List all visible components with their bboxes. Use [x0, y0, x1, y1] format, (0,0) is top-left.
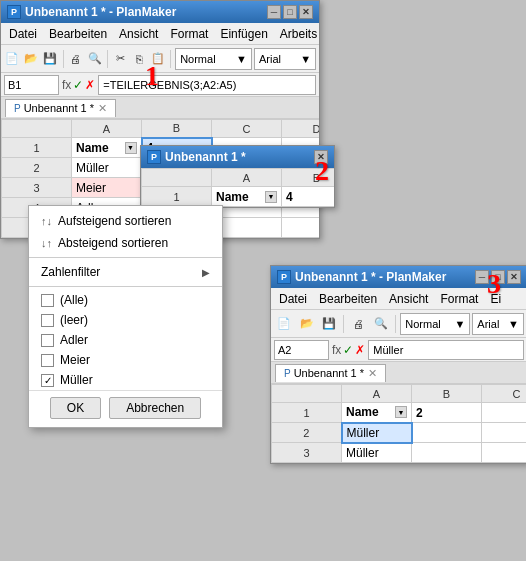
cell-d5-1[interactable] [282, 218, 320, 238]
print-btn[interactable]: 🖨 [67, 48, 84, 70]
cut-btn[interactable]: ✂ [112, 48, 129, 70]
sheet-tab-close-1[interactable]: ✕ [98, 102, 107, 115]
menu-datei-3[interactable]: Datei [273, 290, 313, 308]
menu-arbeits-1[interactable]: Arbeits [274, 25, 323, 43]
cell-w3-c2[interactable] [482, 423, 527, 443]
row-header-w2-1: 1 [142, 187, 212, 207]
menu-sep-2 [29, 286, 222, 287]
cell-w2-b1[interactable]: 4 [282, 187, 335, 207]
sheet-tab-icon-3: P [284, 368, 291, 379]
cancel-icon-3[interactable]: ✗ [355, 343, 365, 357]
style-dropdown-3[interactable]: Normal ▼ [400, 313, 470, 335]
menu-bearbeiten-3[interactable]: Bearbeiten [313, 290, 383, 308]
menu-einfuegen-1[interactable]: Einfügen [214, 25, 273, 43]
cell-w3-b3[interactable] [412, 443, 482, 463]
cell-w2-a1[interactable]: Name ▼ [212, 187, 282, 207]
checkbox-leer[interactable] [41, 314, 54, 327]
save-btn[interactable]: 💾 [42, 48, 59, 70]
sheet-tab-label-1: Unbenannt 1 * [24, 102, 94, 114]
style-dropdown-1[interactable]: Normal ▼ [175, 48, 252, 70]
cell-w3-a2[interactable]: Müller [342, 423, 412, 443]
checkbox-adler[interactable] [41, 334, 54, 347]
cell-a2-1[interactable]: Müller [72, 158, 142, 178]
menu-datei-1[interactable]: Datei [3, 25, 43, 43]
formula-icons-1: fx ✓ ✗ [62, 78, 95, 92]
cell-w3-a3[interactable]: Müller [342, 443, 412, 463]
app-icon-1: P [7, 5, 21, 19]
font-dropdown-1[interactable]: Arial ▼ [254, 48, 316, 70]
cancel-button[interactable]: Abbrechen [109, 397, 201, 419]
close-btn-3[interactable]: ✕ [507, 270, 521, 284]
cell-ref-1[interactable]: B1 [4, 75, 59, 95]
col-header-c-3: C [482, 385, 527, 403]
filter-button-area: OK Abbrechen [29, 390, 222, 423]
cell-w3-c3[interactable] [482, 443, 527, 463]
new-btn-3[interactable]: 📄 [274, 313, 294, 335]
filter-item-leer[interactable]: (leer) [29, 310, 222, 330]
table-row: 3 Müller [272, 443, 527, 463]
sheet-tab-1[interactable]: P Unbenannt 1 * ✕ [5, 99, 116, 117]
col-header-c-1: C [212, 120, 282, 138]
filter-item-adler[interactable]: Adler [29, 330, 222, 350]
fx-icon-1[interactable]: fx [62, 78, 71, 92]
filter-dropdown-w2[interactable]: ▼ [265, 191, 277, 203]
menu-ansicht-1[interactable]: Ansicht [113, 25, 164, 43]
col-header-num-2 [142, 169, 212, 187]
checkbox-alle[interactable] [41, 294, 54, 307]
cancel-icon-1[interactable]: ✗ [85, 78, 95, 92]
open-btn[interactable]: 📂 [23, 48, 40, 70]
filter-dropdown-w3[interactable]: ▼ [395, 406, 407, 418]
row-header-3: 3 [2, 178, 72, 198]
formula-input-1[interactable]: =TEILERGEBNIS(3;A2:A5) [98, 75, 316, 95]
filter-item-meier[interactable]: Meier [29, 350, 222, 370]
formula-input-3[interactable]: Müller [368, 340, 524, 360]
col-header-a-1: A [72, 120, 142, 138]
sheet-tab-3[interactable]: P Unbenannt 1 * ✕ [275, 364, 386, 382]
cell-w3-c1[interactable] [482, 403, 527, 423]
font-label-1: Arial [259, 53, 281, 65]
title-bar-1: P Unbenannt 1 * - PlanMaker ─ □ ✕ [1, 1, 319, 23]
ok-button[interactable]: OK [50, 397, 101, 419]
checkbox-meier[interactable] [41, 354, 54, 367]
menu-bearbeiten-1[interactable]: Bearbeiten [43, 25, 113, 43]
menu-format-3[interactable]: Format [434, 290, 484, 308]
sort-asc-item[interactable]: ↑↓ Aufsteigend sortieren [29, 210, 222, 232]
save-btn-3[interactable]: 💾 [319, 313, 339, 335]
col-header-a-2: A [212, 169, 282, 187]
menu-format-1[interactable]: Format [164, 25, 214, 43]
menu-ansicht-3[interactable]: Ansicht [383, 290, 434, 308]
checkbox-mueller[interactable]: ✓ [41, 374, 54, 387]
cell-w3-b2[interactable] [412, 423, 482, 443]
filter-item-alle[interactable]: (Alle) [29, 290, 222, 310]
formula-icons-3: fx ✓ ✗ [332, 343, 365, 357]
maximize-btn-1[interactable]: □ [283, 5, 297, 19]
window-2[interactable]: P Unbenannt 1 * ✕ A B C 1 [140, 145, 335, 208]
col-header-b-3: B [412, 385, 482, 403]
sheet-tab-close-3[interactable]: ✕ [368, 367, 377, 380]
cell-w3-b1[interactable]: 2 [412, 403, 482, 423]
confirm-icon-1[interactable]: ✓ [73, 78, 83, 92]
fx-icon-3[interactable]: fx [332, 343, 341, 357]
cell-a3-1[interactable]: Meier [72, 178, 142, 198]
close-btn-1[interactable]: ✕ [299, 5, 313, 19]
filter-dropdown-a1[interactable]: ▼ [125, 142, 137, 154]
number-filter-item[interactable]: Zahlenfilter ▶ [29, 261, 222, 283]
col-header-num-1 [2, 120, 72, 138]
toolbar-sep-3 [170, 50, 171, 68]
confirm-icon-3[interactable]: ✓ [343, 343, 353, 357]
preview-btn[interactable]: 🔍 [86, 48, 103, 70]
font-dropdown-3[interactable]: Arial ▼ [472, 313, 524, 335]
preview-btn-3[interactable]: 🔍 [371, 313, 391, 335]
filter-item-mueller[interactable]: ✓ Müller [29, 370, 222, 390]
new-btn[interactable]: 📄 [4, 48, 21, 70]
col-header-a-3: A [342, 385, 412, 403]
cell-w3-a1[interactable]: Name ▼ [342, 403, 412, 423]
minimize-btn-1[interactable]: ─ [267, 5, 281, 19]
cell-a1-1[interactable]: Name ▼ [72, 138, 142, 158]
table-row: 2 Müller [272, 423, 527, 443]
open-btn-3[interactable]: 📂 [296, 313, 316, 335]
cell-ref-3[interactable]: A2 [274, 340, 329, 360]
sort-desc-item[interactable]: ↓↑ Absteigend sortieren [29, 232, 222, 254]
menu-sep-1 [29, 257, 222, 258]
print-btn-3[interactable]: 🖨 [348, 313, 368, 335]
